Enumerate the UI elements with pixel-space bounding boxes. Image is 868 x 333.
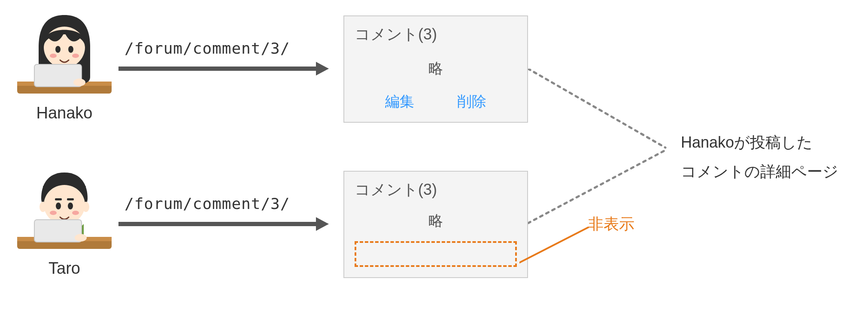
svg-point-20 [50, 211, 57, 215]
svg-line-31 [519, 227, 588, 263]
svg-marker-28 [316, 217, 329, 231]
comment-card-other: コメント(3) 略 [343, 171, 528, 278]
comment-card-body: 略 [355, 200, 517, 241]
svg-point-5 [50, 54, 57, 58]
svg-point-10 [73, 79, 85, 86]
svg-line-29 [528, 69, 665, 148]
svg-rect-22 [34, 220, 82, 242]
edit-link[interactable]: 編集 [385, 92, 414, 112]
avatar-taro-icon [17, 164, 112, 254]
svg-rect-17 [67, 198, 74, 200]
hidden-label: 非表示 [588, 214, 634, 235]
svg-line-30 [528, 150, 665, 223]
annotation-line-1: Hanakoが投稿した [681, 128, 861, 157]
svg-point-19 [68, 203, 73, 209]
comment-card-owner: コメント(3) 略 編集 削除 [343, 15, 528, 123]
request-path-hanako: /forum/comment/3/ [124, 39, 290, 57]
svg-point-4 [68, 46, 73, 53]
arrow-taro-icon [118, 215, 329, 233]
request-path-taro: /forum/comment/3/ [124, 195, 290, 212]
svg-point-15 [82, 202, 89, 212]
svg-point-18 [56, 203, 61, 209]
comment-card-title: コメント(3) [355, 24, 517, 45]
comment-card-body: 略 [355, 45, 517, 92]
user-label-hanako: Hanako [21, 104, 107, 122]
svg-point-14 [39, 202, 46, 212]
annotation-line-2: コメントの詳細ページ [681, 157, 861, 186]
hidden-actions-placeholder [355, 241, 517, 267]
avatar-hanako-icon [17, 9, 112, 99]
svg-point-24 [75, 234, 87, 242]
svg-point-13 [44, 185, 85, 224]
connector-dotted-icon [528, 69, 683, 227]
delete-link[interactable]: 削除 [457, 92, 486, 112]
arrow-hanako-icon [118, 60, 329, 77]
svg-rect-16 [55, 198, 62, 200]
comment-card-title: コメント(3) [355, 179, 517, 200]
svg-point-6 [72, 54, 79, 58]
svg-marker-26 [316, 62, 329, 76]
annotation-block: Hanakoが投稿した コメントの詳細ページ [681, 128, 861, 187]
comment-actions: 編集 削除 [355, 92, 517, 112]
diagram-stage: Hanako Taro /forum/comment/3/ [0, 0, 868, 333]
svg-point-3 [55, 46, 61, 53]
user-label-taro: Taro [21, 259, 107, 278]
svg-point-21 [72, 211, 79, 215]
